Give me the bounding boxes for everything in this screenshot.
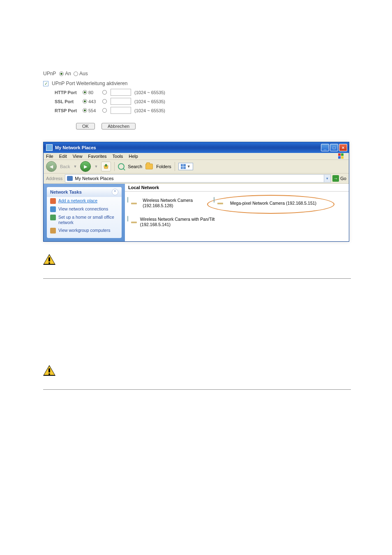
ok-button[interactable]: OK <box>76 123 95 130</box>
separator <box>114 162 115 171</box>
titlebar[interactable]: My Network Places _ □ × <box>44 142 349 153</box>
tasks-header[interactable]: Network Tasks ⌃ <box>47 187 122 197</box>
ssl-port-row: SSL Port 443 (1024 ~ 65535) <box>55 98 351 105</box>
workgroup-icon <box>50 228 56 234</box>
http-custom-radio[interactable] <box>102 90 108 95</box>
forward-checkbox[interactable]: ✓ <box>43 81 48 86</box>
address-label: Address <box>46 176 62 181</box>
close-button[interactable]: × <box>339 144 347 151</box>
up-button[interactable] <box>101 162 111 171</box>
search-icon <box>118 163 125 170</box>
chevron-down-icon: ▼ <box>187 164 191 169</box>
address-field[interactable]: My Network Places <box>65 174 324 183</box>
warning-icon <box>43 254 55 265</box>
http-port-row: HTTP Port 80 (1024 ~ 65535) <box>55 89 351 96</box>
ssl-default-radio[interactable]: 443 <box>83 99 100 104</box>
separator <box>175 162 175 171</box>
back-label: Back <box>60 164 70 169</box>
address-dropdown[interactable]: ▾ <box>324 174 331 183</box>
task-view-connections[interactable]: View network connections <box>47 205 122 213</box>
network-places-icon <box>67 176 73 181</box>
radio-icon <box>83 99 87 104</box>
network-tasks-panel: Network Tasks ⌃ Add a network place View… <box>47 187 122 238</box>
camera-icon <box>214 197 228 209</box>
folders-icon <box>145 164 153 169</box>
radio-icon <box>102 90 107 95</box>
windows-flag-icon <box>338 153 346 160</box>
view-grid-icon <box>181 164 186 169</box>
explorer-window: My Network Places _ □ × File Edit View F… <box>43 142 349 242</box>
upnp-label: UPnP <box>43 71 56 76</box>
task-view-workgroup[interactable]: View workgroup computers <box>47 227 122 235</box>
minimize-button[interactable]: _ <box>321 144 329 151</box>
connections-icon <box>50 206 56 212</box>
ssl-custom-input[interactable] <box>111 98 131 105</box>
upnp-off-radio[interactable]: Aus <box>74 71 88 76</box>
forward-label: UPnP Port Weiterleitung aktivieren <box>52 81 127 86</box>
rtsp-default-radio[interactable]: 554 <box>83 108 100 113</box>
note-block-2 <box>43 365 351 390</box>
address-value: My Network Places <box>75 176 113 181</box>
menu-view[interactable]: View <box>73 154 83 159</box>
note-block-1 <box>43 254 351 279</box>
radio-icon <box>83 108 87 113</box>
upnp-forward-row: ✓ UPnP Port Weiterleitung aktivieren <box>43 81 351 86</box>
back-dropdown-icon[interactable]: ▼ <box>73 164 77 169</box>
app-icon <box>46 144 53 151</box>
radio-icon <box>102 108 107 113</box>
menu-file[interactable]: File <box>46 154 53 159</box>
cancel-button[interactable]: Abbrechen <box>101 123 136 130</box>
local-network-header: Local Network <box>125 184 349 192</box>
window-title: My Network Places <box>55 145 321 150</box>
menu-tools[interactable]: Tools <box>113 154 123 159</box>
task-setup-network[interactable]: Set up a home or small office network <box>47 213 122 227</box>
view-mode-button[interactable]: ▼ <box>178 163 193 170</box>
maximize-button[interactable]: □ <box>330 144 338 151</box>
radio-icon <box>74 72 78 76</box>
http-default-radio[interactable]: 80 <box>83 90 100 95</box>
setup-network-icon <box>50 215 56 220</box>
rtsp-port-row: RTSP Port 554 (1024 ~ 65535) <box>55 107 351 114</box>
content-pane: Local Network Wireless Network Camera (1… <box>125 184 349 241</box>
collapse-chevron-icon[interactable]: ⌃ <box>112 189 118 195</box>
address-bar: Address My Network Places ▾ → Go <box>44 173 349 184</box>
task-add-place[interactable]: Add a network place <box>47 197 122 205</box>
network-item[interactable]: Wireless Network Camera (192.168.5.128) <box>127 197 218 209</box>
go-arrow-icon: → <box>332 175 339 182</box>
upnp-on-radio[interactable]: An <box>59 71 71 76</box>
search-button[interactable]: Search <box>128 164 142 169</box>
port-table: HTTP Port 80 (1024 ~ 65535) SSL Port 443… <box>55 89 351 114</box>
radio-icon <box>83 90 87 95</box>
radio-icon <box>102 99 107 104</box>
menubar: File Edit View Favorites Tools Help <box>44 153 349 160</box>
forward-button[interactable]: ► <box>80 161 91 172</box>
radio-icon <box>59 72 64 76</box>
menu-edit[interactable]: Edit <box>59 154 67 159</box>
warning-icon <box>43 365 55 376</box>
sidebar: Network Tasks ⌃ Add a network place View… <box>44 184 125 241</box>
forward-dropdown-icon[interactable]: ▼ <box>94 164 98 169</box>
http-custom-input[interactable] <box>111 89 131 96</box>
menu-favorites[interactable]: Favorites <box>88 154 106 159</box>
go-button[interactable]: → Go <box>332 175 346 182</box>
rtsp-custom-input[interactable] <box>111 107 131 114</box>
add-place-icon <box>50 198 56 204</box>
back-button[interactable]: ◄ <box>46 161 57 172</box>
camera-icon <box>127 197 140 209</box>
ssl-custom-radio[interactable] <box>102 99 108 104</box>
upnp-toggle-row: UPnP An Aus <box>43 71 351 76</box>
folders-button[interactable]: Folders <box>156 164 171 169</box>
menu-help[interactable]: Help <box>129 154 138 159</box>
rtsp-custom-radio[interactable] <box>102 108 108 113</box>
camera-icon <box>127 216 138 228</box>
network-item[interactable]: Wireless Network Camera with Pan/Tilt (1… <box>127 216 218 228</box>
toolbar: ◄ Back ▼ ► ▼ Search Folders ▼ <box>44 160 349 173</box>
network-item-highlighted[interactable]: Mega-pixel Network Camera (192.168.5.151… <box>214 197 333 209</box>
